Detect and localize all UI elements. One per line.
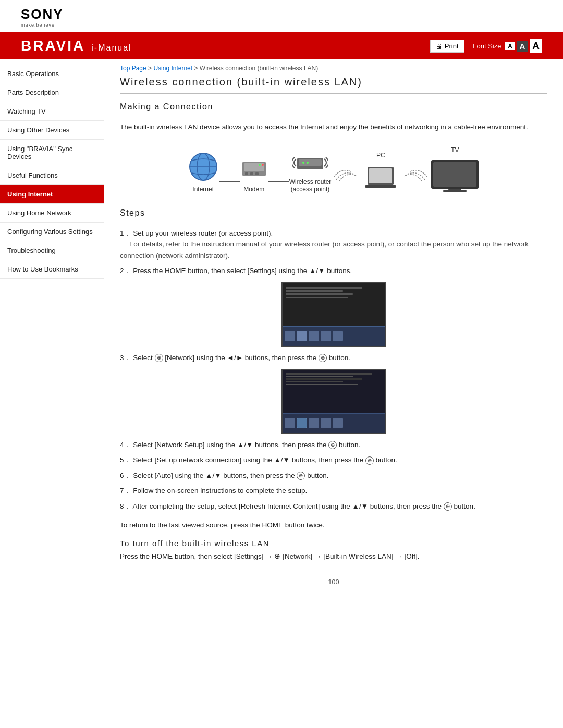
step-7-number: 7． [120,487,131,495]
sidebar: Basic Operations Parts Description Watch… [0,59,104,279]
svg-rect-6 [250,172,253,175]
main-content: Top Page > Using Internet > Wireless con… [104,59,563,601]
print-button[interactable]: 🖨 Print [430,40,464,53]
modem-label: Modem [243,186,264,193]
sidebar-item-bookmarks[interactable]: How to Use Bookmarks [0,260,104,279]
step-6-text: Select [Auto] using the ▲/▼ buttons, the… [133,472,328,479]
font-size-large-button[interactable]: A [530,39,542,53]
turn-off-title: To turn off the built-in wireless LAN [120,539,547,548]
print-icon: 🖨 [436,42,443,50]
steps-list: 1． Set up your wireless router (or acces… [120,228,547,512]
bravia-logo: BRAVIA [21,38,85,54]
connector-wireless-pc [331,162,362,182]
wireless-signal-tv-icon [399,162,430,182]
step-1: 1． Set up your wireless router (or acces… [120,228,547,262]
step-8: 8． After completing the setup, select [R… [120,501,547,512]
svg-rect-16 [365,185,396,188]
connector-wireless-tv [399,162,430,182]
svg-point-9 [262,164,264,166]
sidebar-item-bravia-sync[interactable]: Using "BRAVIA" Sync Devices [0,140,104,166]
sidebar-item-home-network[interactable]: Using Home Network [0,204,104,223]
sidebar-item-using-internet[interactable]: Using Internet [0,185,104,204]
svg-rect-20 [443,190,467,192]
svg-rect-11 [299,159,322,166]
sidebar-item-using-other-devices[interactable]: Using Other Devices [0,121,104,140]
wireless-signal-pc-icon [331,162,362,182]
tv-screenshot-2 [282,369,386,434]
step-6-number: 6． [120,472,131,479]
step-4: 4． Select [Network Setup] using the ▲/▼ … [120,439,547,451]
return-note: To return to the last viewed source, pre… [120,520,547,531]
sidebar-item-watching-tv[interactable]: Watching TV [0,102,104,121]
tv-screenshot-bottom-bar [283,326,385,346]
sidebar-item-troubleshooting[interactable]: Troubleshooting [0,241,104,260]
tv-screenshot-2-menu [283,370,385,413]
globe-icon [188,151,219,182]
step-3-number: 3． [120,354,131,362]
font-size-small-button[interactable]: A [505,42,515,50]
router-diagram-item: Wireless router(access point) [289,146,332,193]
breadcrumb-top-page[interactable]: Top Page [120,65,146,72]
tv-screenshot-1 [282,282,386,347]
network-diagram: Internet Modem [120,141,547,198]
breadcrumb-using-internet[interactable]: Using Internet [153,65,192,72]
internet-diagram-item: Internet [188,151,219,193]
svg-point-13 [307,162,309,164]
tv-label: TV [451,146,459,154]
svg-point-8 [259,164,261,166]
connector-2 [268,181,289,182]
step-8-number: 8． [120,502,131,510]
page-number: 100 [120,573,547,586]
pc-laptop-icon [362,164,399,193]
modem-icon [240,154,268,182]
page-title: Wireless connection (built-in wireless L… [120,76,547,94]
pc-diagram-item: PC [362,152,399,193]
step-1-sub: For details, refer to the instruction ma… [120,240,529,260]
main-layout: Basic Operations Parts Description Watch… [0,59,563,601]
sidebar-item-parts-description[interactable]: Parts Description [0,83,104,102]
step-2-number: 2． [120,267,131,275]
step-1-number: 1． [120,229,131,237]
router-label: Wireless router(access point) [289,178,332,193]
section-steps: Steps [120,208,547,221]
sony-tagline: make.believe [21,22,55,28]
tv-screenshot-menu-lines [283,283,385,326]
tv-screenshot-2-inner [283,370,385,433]
bravia-title: BRAVIA i-Manual [21,38,132,54]
section-making-connection: Making a Connection [120,102,547,115]
step-7-text: Follow the on-screen instructions to com… [133,487,307,495]
font-size-controls: A A A [505,39,542,53]
svg-rect-18 [433,162,476,187]
step-8-text: After completing the setup, select [Refr… [133,502,475,510]
sidebar-item-configuring-settings[interactable]: Configuring Various Settings [0,223,104,241]
sidebar-item-useful-functions[interactable]: Useful Functions [0,166,104,185]
top-bar: SONY make.believe [0,0,563,32]
step-3-text: Select ⊕ [Network] using the ◄/► buttons… [133,354,350,362]
modem-diagram-item: Modem [240,154,268,193]
step-1-text: Set up your wireless router (or access p… [133,229,273,237]
step-5-text: Select [Set up network connection] using… [133,456,397,464]
font-size-medium-button[interactable]: A [517,41,528,52]
step-2-text: Press the HOME button, then select [Sett… [133,267,352,275]
header-controls: 🖨 Print Font Size A A A [430,39,542,53]
breadcrumb: Top Page > Using Internet > Wireless con… [120,59,547,76]
step-2: 2． Press the HOME button, then select [S… [120,265,547,277]
sidebar-item-basic-operations[interactable]: Basic Operations [0,65,104,83]
svg-rect-15 [369,168,392,183]
font-size-label: Font Size [473,42,501,50]
step-4-number: 4． [120,441,131,449]
step-4-text: Select [Network Setup] using the ▲/▼ but… [133,441,360,449]
connector-1 [219,181,240,182]
svg-rect-7 [255,172,259,175]
step-3: 3． Select ⊕ [Network] using the ◄/► butt… [120,352,547,364]
svg-point-12 [302,162,304,164]
sony-logo-text: SONY [21,6,64,22]
header-bar: BRAVIA i-Manual 🖨 Print Font Size A A A [0,32,563,59]
step-5-number: 5． [120,456,131,464]
sony-logo: SONY make.believe [21,6,64,28]
tv-icon [430,159,480,193]
tv-screenshot-1-inner [283,283,385,346]
breadcrumb-current: Wireless connection (built-in wireless L… [200,65,318,72]
svg-rect-5 [245,172,248,175]
pc-label: PC [376,152,385,159]
